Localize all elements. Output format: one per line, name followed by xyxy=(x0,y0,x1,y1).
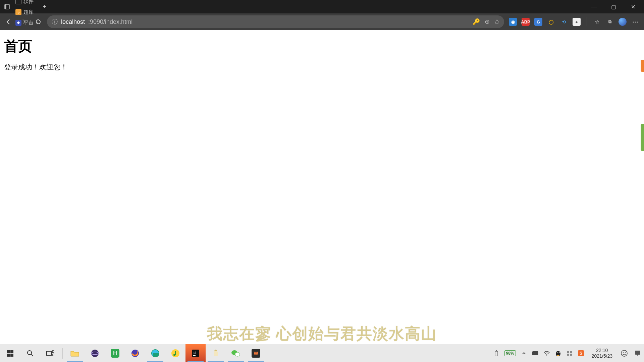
svg-rect-9 xyxy=(52,351,54,353)
arrow-left-icon xyxy=(5,18,12,25)
taskbar-app-file-explorer[interactable] xyxy=(65,344,85,362)
browser-chrome: C追梦C手把C写文▶计算⊚layu译百≣表单●10 |❖linu浙江软件⌄题库❖… xyxy=(0,0,644,30)
round-ext[interactable]: ● xyxy=(573,18,581,26)
svg-text:W: W xyxy=(254,351,258,356)
svg-text:IJ: IJ xyxy=(194,351,196,355)
watermark-text: 我志在寥 心创始与君共淡水高山 xyxy=(207,323,437,343)
svg-rect-10 xyxy=(52,354,54,356)
power-icon[interactable] xyxy=(493,350,500,357)
favorite-star-icon[interactable]: ✩ xyxy=(494,18,499,25)
svg-point-41 xyxy=(621,350,627,356)
chrome-ext[interactable]: ◯ xyxy=(547,18,555,26)
edge-icon xyxy=(151,349,160,358)
wechat-icon xyxy=(231,349,240,357)
svg-rect-44 xyxy=(635,351,640,355)
browser-tab[interactable]: ⌄题库 xyxy=(13,7,37,17)
action-center-icon[interactable] xyxy=(633,349,642,358)
wifi-icon[interactable] xyxy=(543,350,550,357)
app-icon xyxy=(212,349,219,358)
profile-avatar[interactable] xyxy=(619,18,627,26)
file-explorer-icon xyxy=(70,349,79,357)
svg-rect-2 xyxy=(7,350,10,353)
favorites-icon[interactable]: ✩ xyxy=(593,18,601,26)
new-tab-button[interactable]: + xyxy=(38,3,51,10)
svg-rect-36 xyxy=(570,351,572,353)
zoom-icon[interactable]: ⊕ xyxy=(485,18,490,25)
tab-favicon: ⌄ xyxy=(15,9,21,15)
svg-rect-4 xyxy=(7,354,10,357)
maximize-icon: ▢ xyxy=(611,4,616,10)
address-bar[interactable]: ⓘ localhost:9090/index.html 🔑 ⊕ ✩ xyxy=(47,15,504,28)
taskbar-search-button[interactable] xyxy=(20,344,40,362)
clock-time: 22:10 xyxy=(592,348,612,353)
svg-point-11 xyxy=(91,350,99,357)
taskbar-app-wechat[interactable] xyxy=(226,344,246,362)
tray-expand-icon[interactable] xyxy=(521,350,527,357)
taskbar-app-firefox[interactable] xyxy=(125,344,145,362)
taskbar-separator xyxy=(62,348,63,359)
minimize-icon: — xyxy=(591,4,597,10)
collections-icon[interactable]: ⧉ xyxy=(606,18,614,26)
svg-point-34 xyxy=(558,352,559,353)
task-view-icon xyxy=(46,350,54,356)
sync-ext[interactable]: ⟲ xyxy=(560,18,568,26)
google-translate-ext[interactable]: G xyxy=(534,18,542,26)
firefox-icon xyxy=(131,349,140,358)
tab-actions-menu-button[interactable] xyxy=(1,1,13,12)
svg-rect-37 xyxy=(567,354,569,356)
tab-strip: C追梦C手把C写文▶计算⊚layu译百≣表单●10 |❖linu浙江软件⌄题库❖… xyxy=(0,0,644,13)
taskbar-app-edge[interactable] xyxy=(145,344,165,362)
extensions-area: ◉ABPG◯⟲● xyxy=(507,18,583,26)
address-bar-actions: 🔑 ⊕ ✩ xyxy=(473,18,499,25)
password-key-icon[interactable]: 🔑 xyxy=(473,18,480,25)
ime-icon[interactable] xyxy=(620,349,629,358)
abp-ext[interactable]: ABP xyxy=(522,18,530,26)
site-info-icon[interactable]: ⓘ xyxy=(52,18,58,26)
tray-qq-icon[interactable] xyxy=(555,350,561,357)
taskbar-clock[interactable]: 22:10 2021/5/23 xyxy=(589,348,615,358)
tray-grid-icon[interactable] xyxy=(566,350,573,357)
battery-percent: 98% xyxy=(506,351,514,356)
svg-text:H: H xyxy=(113,350,117,356)
page-heading: 首页 xyxy=(4,37,640,56)
svg-rect-19 xyxy=(175,351,176,355)
svg-point-43 xyxy=(625,352,626,353)
taskbar-app-eclipse[interactable] xyxy=(85,344,105,362)
taskbar-app-music[interactable] xyxy=(165,344,185,362)
window-minimize-button[interactable]: — xyxy=(584,0,604,13)
task-view-button[interactable] xyxy=(40,344,60,362)
battery-indicator[interactable]: 98% xyxy=(504,350,516,356)
tab-label: 题库 xyxy=(23,9,34,15)
taskbar-app-wps[interactable]: W xyxy=(246,344,266,362)
tray-s-icon[interactable]: S xyxy=(578,350,584,357)
tab-label: 软件 xyxy=(23,0,34,5)
svg-rect-5 xyxy=(10,354,13,357)
svg-rect-29 xyxy=(496,350,497,351)
browser-tab[interactable]: 软件 xyxy=(13,0,37,7)
tab-favicon: ❖ xyxy=(15,20,21,26)
page-viewport: 首页 登录成功！欢迎您！ 我志在寥 心创始与君共淡水高山 xyxy=(0,30,644,343)
window-maximize-button[interactable]: ▢ xyxy=(604,0,623,13)
music-icon xyxy=(171,349,180,358)
settings-more-icon[interactable]: ⋯ xyxy=(631,18,639,26)
taskbar-app-intellij[interactable]: IJ xyxy=(185,344,206,362)
svg-rect-1 xyxy=(5,4,6,9)
blue-swirl-ext[interactable]: ◉ xyxy=(509,18,517,26)
window-close-button[interactable]: ✕ xyxy=(623,0,643,13)
tray-hdd-icon[interactable] xyxy=(532,350,539,357)
eclipse-icon xyxy=(91,349,99,358)
start-button[interactable] xyxy=(0,344,20,362)
svg-line-7 xyxy=(31,354,33,356)
svg-point-6 xyxy=(28,351,32,355)
side-widget-orange[interactable] xyxy=(641,60,644,72)
svg-rect-22 xyxy=(193,355,196,356)
taskbar-app-hbuilder[interactable]: H xyxy=(105,344,125,362)
taskbar-app-generic1[interactable] xyxy=(206,344,226,362)
side-widget-green[interactable] xyxy=(641,124,644,151)
svg-rect-23 xyxy=(214,351,218,356)
svg-point-25 xyxy=(235,352,240,356)
search-icon xyxy=(26,350,34,357)
browser-tab[interactable]: ❖平台 xyxy=(13,17,37,28)
svg-point-42 xyxy=(623,352,624,353)
vertical-scrollbar[interactable] xyxy=(639,30,644,344)
